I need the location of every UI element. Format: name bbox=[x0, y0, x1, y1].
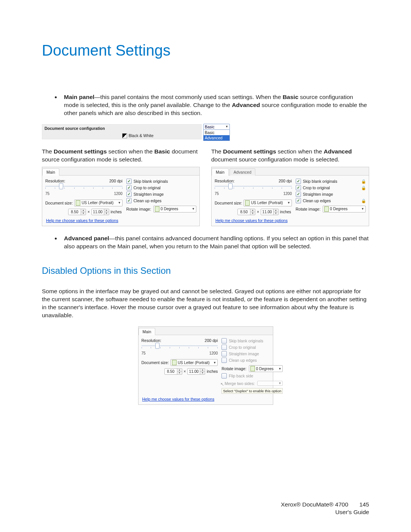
lock-icon: 🔒 bbox=[361, 198, 366, 203]
page-icon bbox=[245, 200, 250, 206]
rotate-select[interactable]: 0 Degrees ▼ bbox=[153, 206, 196, 212]
resolution-value: 200 dpi bbox=[109, 179, 122, 183]
docsize-value: US Letter (Portrait) bbox=[178, 361, 210, 365]
merge-select: ▼ bbox=[257, 381, 283, 386]
config-title: Document source configuration bbox=[45, 126, 105, 131]
resolution-slider[interactable] bbox=[215, 184, 292, 191]
resolution-value: 200 dpi bbox=[279, 179, 292, 183]
checkbox-crop[interactable]: ✓ bbox=[296, 185, 301, 190]
lbl-skip: Skip blank originals bbox=[229, 339, 263, 343]
resolution-slider[interactable] bbox=[142, 343, 218, 350]
help-link[interactable]: Help me choose values for these options bbox=[42, 216, 118, 224]
tab-main[interactable]: Main bbox=[42, 168, 59, 176]
tab-advanced[interactable]: Advanced bbox=[229, 168, 256, 176]
chevron-down-icon: ▼ bbox=[118, 201, 121, 204]
slider-max: 1200 bbox=[209, 351, 218, 355]
subheading-disabled: Disabled Options in this Section bbox=[42, 265, 369, 276]
checkbox-skip[interactable]: ✓ bbox=[126, 179, 132, 184]
tab-main[interactable]: Main bbox=[139, 328, 156, 335]
mode-dropdown[interactable]: Basic ▼ Basic Advanced bbox=[203, 124, 230, 141]
slider-thumb[interactable] bbox=[155, 343, 159, 349]
checkbox-clean: ✓ bbox=[221, 358, 227, 363]
help-link[interactable]: Help me choose values for these options bbox=[139, 395, 215, 402]
resolution-label: Resolution: bbox=[45, 179, 65, 183]
docsize-select[interactable]: US Letter (Portrait) ▼ bbox=[244, 200, 292, 206]
bullet-list-top: Main panel—this panel contains the most … bbox=[42, 93, 369, 117]
height-value: 11.00 bbox=[188, 369, 200, 374]
height-stepper[interactable]: 11.00 ▲▼ bbox=[91, 209, 109, 215]
tab-main[interactable]: Main bbox=[212, 168, 229, 176]
disabled-paragraph: Some options in the interface may be gra… bbox=[42, 288, 369, 320]
caption-advanced: The Document settings section when the A… bbox=[211, 148, 369, 164]
page-icon bbox=[250, 366, 255, 371]
docsize-select[interactable]: US Letter (Portrait) ▼ bbox=[74, 200, 122, 206]
width-value: 8.50 bbox=[165, 369, 177, 374]
lbl-merge: Merge two sides: bbox=[221, 381, 255, 386]
cap-b-bold: Document settings bbox=[54, 148, 107, 155]
checkbox-crop: ✓ bbox=[221, 345, 227, 350]
bullet-main-lead: Main panel bbox=[64, 94, 94, 100]
checkbox-skip: ✓ bbox=[221, 338, 227, 343]
lock-icon: 🔒 bbox=[361, 185, 366, 190]
settings-panel-disabled-example: Main Resolution: 200 dpi 75 1200 Docu bbox=[138, 326, 273, 405]
checkbox-skip[interactable]: ✓ bbox=[296, 179, 301, 184]
docsize-value: US Letter (Portrait) bbox=[81, 201, 113, 205]
page-icon bbox=[155, 206, 159, 212]
config-bw-text: Black & White bbox=[129, 133, 153, 138]
checkbox-straighten[interactable]: ✓ bbox=[126, 192, 132, 197]
lbl-straighten: Straighten image bbox=[303, 192, 333, 197]
docsize-label: Document size: bbox=[45, 201, 73, 205]
docsize-label: Document size: bbox=[142, 360, 169, 365]
checkbox-straighten[interactable]: ✓ bbox=[296, 192, 301, 197]
settings-panel-basic: Main Resolution: 200 dpi bbox=[42, 167, 200, 226]
chevron-down-icon: ▼ bbox=[361, 207, 364, 211]
cap-b-mode: Basic bbox=[154, 148, 170, 155]
slider-min: 75 bbox=[215, 192, 219, 196]
checkbox-crop[interactable]: ✓ bbox=[126, 185, 132, 190]
checkbox-clean[interactable]: ✓ bbox=[296, 198, 301, 203]
docsize-select[interactable]: US Letter (Portrait) ▼ bbox=[170, 359, 218, 366]
height-stepper[interactable]: 11.00 ▲▼ bbox=[187, 368, 205, 375]
cap-a-mode: Advanced bbox=[323, 148, 352, 155]
cap-a-bold: Document settings bbox=[223, 148, 276, 155]
rotate-label: Rotate image: bbox=[221, 366, 246, 371]
rotate-select[interactable]: 0 Degrees ▼ bbox=[249, 365, 283, 372]
config-box: Document source configuration Black & Wh… bbox=[42, 124, 202, 139]
help-link[interactable]: Help me choose values for these options bbox=[212, 216, 288, 224]
settings-panel-advanced: Main Advanced Resolution: 200 dpi bbox=[211, 167, 369, 226]
mode-option-advanced[interactable]: Advanced bbox=[204, 135, 229, 141]
dim-mult: × bbox=[184, 369, 186, 374]
lbl-skip: Skip blank originals bbox=[303, 179, 337, 184]
rotate-select[interactable]: 0 Degrees ▼ bbox=[323, 206, 366, 212]
slider-max: 1200 bbox=[114, 192, 122, 196]
rotate-value: 0 Degrees bbox=[161, 207, 178, 211]
lbl-skip: Skip blank originals bbox=[134, 179, 168, 184]
resolution-label: Resolution: bbox=[142, 338, 162, 343]
bullet-main-b1: Basic bbox=[283, 94, 298, 100]
slider-thumb[interactable] bbox=[59, 183, 63, 189]
chevron-down-icon: ▼ bbox=[192, 207, 195, 211]
height-stepper[interactable]: 11.00 ▲▼ bbox=[261, 209, 279, 215]
checkbox-clean[interactable]: ✓ bbox=[126, 198, 132, 203]
dim-mult: × bbox=[88, 210, 90, 214]
width-stepper[interactable]: 8.50 ▲▼ bbox=[164, 368, 182, 375]
mode-option-basic[interactable]: Basic bbox=[204, 130, 229, 135]
slider-thumb[interactable] bbox=[228, 183, 233, 189]
slider-min: 75 bbox=[45, 192, 49, 196]
cap-a1: The bbox=[211, 148, 223, 155]
resolution-slider[interactable] bbox=[45, 184, 123, 191]
tooltip-merge: Select "Duplex" to enable this option bbox=[221, 388, 283, 394]
checkbox-flip: ✓ bbox=[221, 373, 227, 379]
width-value: 8.50 bbox=[68, 209, 81, 215]
bullet-adv-text: —this panel contains advanced document h… bbox=[64, 235, 368, 249]
width-stepper[interactable]: 8.50 ▲▼ bbox=[68, 209, 86, 215]
config-bw-label: Black & White bbox=[122, 133, 153, 138]
cursor-icon: ↖ bbox=[220, 382, 224, 387]
page-icon bbox=[172, 360, 177, 365]
mode-dropdown-current: Basic bbox=[205, 125, 215, 129]
rotate-label: Rotate image: bbox=[296, 207, 320, 211]
width-stepper[interactable]: 8.50 ▲▼ bbox=[237, 209, 255, 215]
lbl-flip: Flip back side bbox=[229, 374, 253, 378]
chevron-down-icon: ▼ bbox=[278, 382, 281, 385]
mode-dropdown-head[interactable]: Basic ▼ bbox=[203, 124, 230, 130]
